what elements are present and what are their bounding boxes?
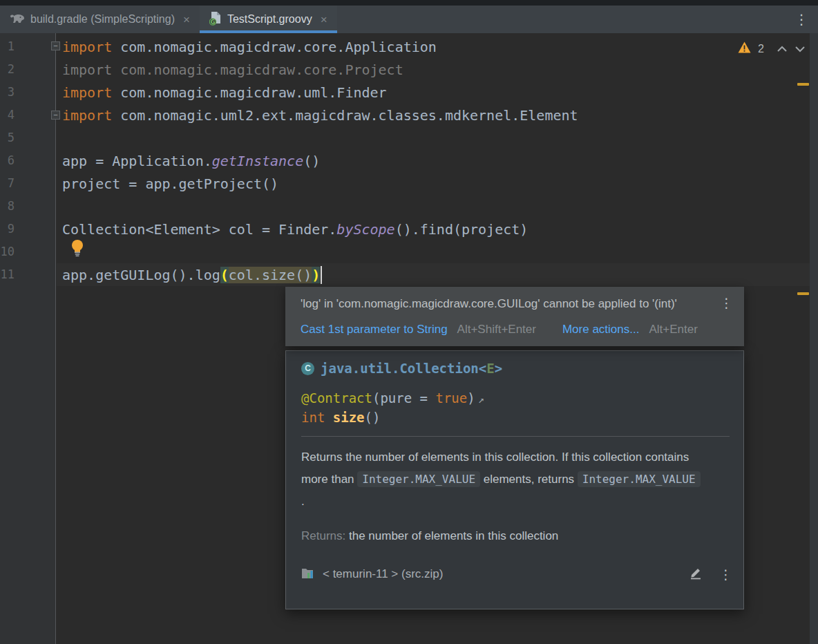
static-method: getInstance [212, 153, 303, 169]
matched-brace: ( [220, 267, 229, 283]
class-reference-link[interactable]: java.util.Collection<E> [321, 361, 502, 376]
documentation-popup: C java.util.Collection<E> @Contract(pure… [285, 350, 744, 609]
text-cursor [321, 266, 322, 284]
code-text: () [303, 153, 320, 169]
returns-text: the number of elements in this collectio… [345, 529, 558, 542]
code-text: com.nomagic.uml2.ext.magicdraw.classes.m… [112, 107, 578, 124]
popup-footer: < temurin-11 > (src.zip) ⋮ [301, 562, 732, 587]
groovy-file-icon: G [209, 11, 222, 28]
code-text: ().find(project) [395, 221, 529, 238]
line-number: 6 [0, 149, 15, 172]
close-icon[interactable]: × [321, 14, 327, 26]
quick-fix-link[interactable]: Cast 1st parameter to String [301, 323, 448, 337]
error-tooltip: 'log' in 'com.nomagic.magicdraw.core.GUI… [285, 287, 744, 346]
gradle-icon [10, 13, 25, 26]
matched-brace: ) [312, 267, 320, 283]
annotation-name[interactable]: @Contract [301, 390, 372, 406]
sdk-source-label: < temurin-11 > (src.zip) [323, 567, 443, 581]
code-line-7[interactable]: project = app.getProject() [57, 172, 810, 195]
fold-collapse-icon[interactable]: − [51, 41, 60, 50]
warning-highlighted-text: col.size() [229, 267, 312, 283]
annotation-args: (pure = [372, 390, 436, 406]
inspection-widget: 2 [738, 41, 806, 56]
editor-scrollbar[interactable] [810, 33, 818, 644]
svg-text:G: G [211, 19, 216, 25]
popup-divider [301, 436, 730, 437]
line-number: 7 [0, 172, 15, 195]
line-number: 3 [0, 81, 15, 104]
kebab-menu-icon[interactable]: ⋮ [719, 567, 732, 583]
tab-label: build.gradle (SimpleScripting) [30, 13, 175, 26]
keyword: import [62, 39, 112, 55]
more-actions-shortcut: Alt+Enter [649, 323, 697, 337]
fold-region-line [55, 50, 56, 111]
method-name: size [333, 410, 365, 425]
method-parens: () [365, 410, 381, 425]
kebab-menu-icon[interactable]: ⋮ [795, 6, 808, 33]
line-number: 5 [0, 126, 15, 149]
returns-label: Returns: [301, 529, 345, 542]
quick-fix-shortcut: Alt+Shift+Enter [457, 323, 536, 337]
code-line-2[interactable]: import com.nomagic.magicdraw.core.Projec… [57, 58, 810, 81]
code-line-9[interactable]: Collection<Element> col = Finder.byScope… [57, 218, 810, 240]
code-text: app = Application. [62, 153, 212, 169]
error-message: 'log' in 'com.nomagic.magicdraw.core.GUI… [301, 297, 714, 311]
error-stripe-mark[interactable] [797, 83, 809, 86]
keyword: import [62, 84, 112, 101]
annotation-value: true [435, 390, 467, 406]
lightbulb-icon[interactable] [70, 239, 85, 257]
kebab-menu-icon[interactable]: ⋮ [720, 295, 733, 311]
static-method: byScope [336, 221, 394, 238]
code-line-6[interactable]: app = Application.getInstance() [57, 149, 810, 172]
more-actions-link[interactable]: More actions... [562, 323, 640, 337]
tab-build-gradle[interactable]: build.gradle (SimpleScripting) × [0, 6, 200, 33]
code-line-11[interactable]: app.getGUILog().log(col.size()) [57, 263, 810, 286]
edit-icon[interactable] [689, 566, 703, 583]
code-text: Collection<Element> col = Finder. [62, 221, 336, 238]
editor-tab-bar: build.gradle (SimpleScripting) × G TestS… [0, 6, 818, 33]
close-icon[interactable]: × [183, 14, 190, 26]
window-top-strip [0, 0, 818, 6]
code-text: project = app.getProject() [62, 176, 278, 192]
code-line-1[interactable]: import com.nomagic.magicdraw.core.Applic… [57, 35, 810, 58]
line-number: 1 [0, 35, 15, 58]
library-icon [301, 567, 316, 583]
ide-window: build.gradle (SimpleScripting) × G TestS… [0, 0, 818, 644]
returns-section: Returns: the number of elements in this … [301, 529, 558, 543]
line-number: 4 [0, 104, 15, 126]
external-link-icon[interactable]: ↗ [478, 393, 484, 406]
line-number: 8 [0, 195, 15, 218]
code-line-4[interactable]: import com.nomagic.uml2.ext.magicdraw.cl… [57, 104, 810, 126]
warning-icon[interactable] [738, 41, 751, 56]
tab-testscript-groovy[interactable]: G TestScript.groovy × [200, 6, 337, 33]
code-text: com.nomagic.magicdraw.core.Application [112, 39, 437, 55]
code-chip: Integer.MAX_VALUE [578, 471, 701, 487]
code-text: app.getGUILog().log [62, 267, 220, 283]
line-number: 10 [0, 240, 15, 263]
code-chip: Integer.MAX_VALUE [357, 471, 480, 487]
annotation-close: ) [467, 390, 475, 406]
line-number: 2 [0, 58, 15, 81]
keyword: import [62, 107, 112, 124]
annotation-line: @Contract(pure = true)↗ [301, 390, 484, 406]
warning-count: 2 [758, 43, 764, 55]
doc-description: Returns the number of elements in this c… [301, 446, 702, 513]
return-type: int [301, 410, 325, 425]
code-text: com.nomagic.magicdraw.uml.Finder [112, 84, 386, 101]
unused-import-text: import com.nomagic.magicdraw.core.Projec… [62, 61, 403, 78]
line-number: 9 [0, 218, 15, 240]
fold-collapse-icon[interactable]: − [51, 111, 60, 120]
class-icon: C [301, 362, 314, 375]
tab-label: TestScript.groovy [227, 13, 312, 26]
method-signature: int size() [301, 410, 380, 425]
chevron-down-icon[interactable] [795, 43, 806, 55]
chevron-up-icon[interactable] [777, 43, 788, 55]
code-line-3[interactable]: import com.nomagic.magicdraw.uml.Finder [57, 81, 810, 104]
error-stripe-mark[interactable] [797, 292, 809, 295]
line-number: 11 [0, 263, 15, 286]
